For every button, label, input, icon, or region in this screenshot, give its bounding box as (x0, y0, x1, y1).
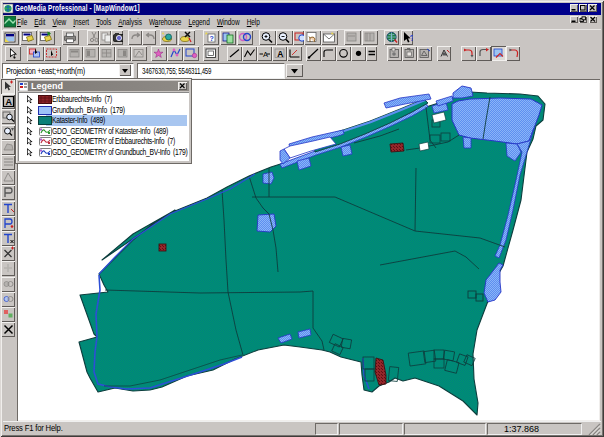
svg-text:A: A (263, 50, 268, 59)
svg-text:?: ? (410, 33, 414, 43)
svg-text:A: A (277, 49, 283, 59)
svg-text:?: ? (210, 35, 214, 42)
svg-text:A: A (6, 97, 13, 107)
